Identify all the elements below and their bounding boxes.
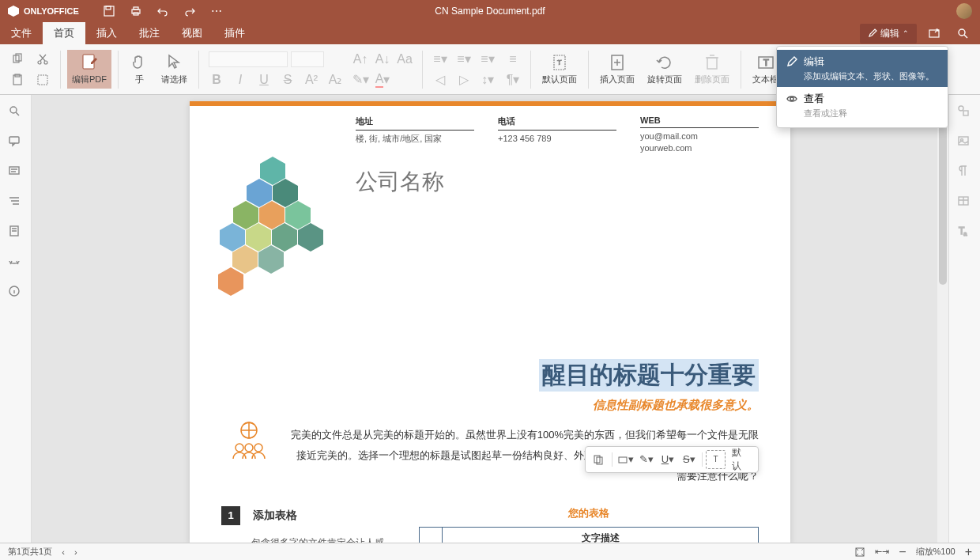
addr-value: 楼, 街, 城市/地区, 国家 xyxy=(356,133,474,145)
svg-rect-1 xyxy=(106,6,111,9)
textart-settings-icon[interactable]: Ta xyxy=(957,225,973,240)
line-spacing-icon[interactable]: ↕▾ xyxy=(480,72,496,88)
vertical-scrollbar[interactable] xyxy=(937,95,948,543)
edit-mode-button[interactable]: 编辑 ⌃ xyxy=(860,24,917,44)
indent-dec-icon[interactable]: ◁ xyxy=(432,72,448,88)
tab-view[interactable]: 视图 xyxy=(171,22,213,44)
bold-icon[interactable]: B xyxy=(209,72,224,88)
svg-marker-33 xyxy=(285,201,311,229)
hand-tool-button[interactable]: 手 xyxy=(125,50,153,89)
bullets-icon[interactable]: ≡▾ xyxy=(432,51,448,67)
font-size-combo[interactable] xyxy=(291,51,324,67)
undo-icon[interactable] xyxy=(156,5,169,17)
next-page-icon[interactable]: › xyxy=(74,547,77,557)
multilevel-icon[interactable]: ≡▾ xyxy=(480,51,496,67)
indent-inc-icon[interactable]: ▷ xyxy=(456,72,472,88)
tab-comment[interactable]: 批注 xyxy=(128,22,171,44)
copy-float-icon[interactable] xyxy=(589,450,609,469)
svg-rect-13 xyxy=(38,75,47,85)
find-icon[interactable] xyxy=(8,104,24,120)
dropdown-item-edit[interactable]: 编辑 添加或编辑文本、形状、图像等。 xyxy=(777,50,948,87)
people-icon xyxy=(225,421,273,460)
numbering-icon[interactable]: ≡▾ xyxy=(456,51,472,67)
section-text: 包含很多字的文件肯定会让人感到很无趣。这就是为什么添加表格可以帮助提供一个更好的… xyxy=(251,533,387,543)
dropdown-item-view[interactable]: 查看 查看或注释 xyxy=(777,87,948,124)
chat-icon[interactable] xyxy=(8,165,24,180)
tab-insert[interactable]: 插入 xyxy=(85,22,128,44)
text-float-icon[interactable]: T xyxy=(706,450,726,469)
tab-file[interactable]: 文件 xyxy=(0,22,43,44)
section-title: 添加表格 xyxy=(253,509,297,523)
user-avatar[interactable] xyxy=(956,3,972,19)
font-dec-icon[interactable]: A↓ xyxy=(375,51,390,67)
about-icon[interactable] xyxy=(8,285,24,301)
para-icon[interactable]: ¶▾ xyxy=(505,72,521,88)
right-panel: Ta xyxy=(948,95,980,543)
subscript-icon[interactable]: A₂ xyxy=(327,72,343,88)
open-location-icon[interactable] xyxy=(923,22,945,44)
svg-point-55 xyxy=(790,97,793,100)
underline-icon[interactable]: U xyxy=(256,72,272,88)
shape-settings-icon[interactable] xyxy=(957,104,973,120)
highlight-float-icon[interactable]: ▾ xyxy=(616,450,635,469)
default-page-button[interactable]: T 默认页面 xyxy=(537,50,582,89)
svg-rect-49 xyxy=(963,111,968,115)
highlight-icon[interactable]: ✎▾ xyxy=(352,72,368,88)
save-icon[interactable] xyxy=(103,5,115,17)
paragraph-settings-icon[interactable] xyxy=(957,165,973,180)
comments-icon[interactable] xyxy=(8,134,24,150)
floating-toolbar: ▾ ✎▾ U▾ S▾ T 默认 xyxy=(585,446,759,473)
svg-point-45 xyxy=(236,444,243,452)
fit-page-icon[interactable] xyxy=(854,547,865,558)
edit-pdf-button[interactable]: 编辑PDF xyxy=(67,50,111,89)
zoom-in-icon[interactable]: + xyxy=(965,545,972,559)
fit-width-icon[interactable]: ⇤⇥ xyxy=(875,547,889,557)
document-title: CN Sample Document.pdf xyxy=(435,6,545,17)
tel-label: 电话 xyxy=(498,115,616,131)
navigation-icon[interactable] xyxy=(8,195,24,210)
copy-icon[interactable] xyxy=(9,51,25,67)
svg-rect-25 xyxy=(9,167,19,174)
insert-page-button[interactable]: 插入页面 xyxy=(595,50,639,89)
document-canvas[interactable]: 地址楼, 街, 城市/地区, 国家 电话+123 456 789 WEByou@… xyxy=(32,95,948,543)
font-inc-icon[interactable]: A↑ xyxy=(352,51,368,67)
feedback-icon[interactable] xyxy=(8,255,24,271)
pen-float-icon[interactable]: ✎▾ xyxy=(637,450,657,469)
svg-marker-40 xyxy=(218,267,243,296)
superscript-icon[interactable]: A² xyxy=(303,72,319,88)
underline-float-icon[interactable]: U▾ xyxy=(658,450,677,469)
svg-marker-38 xyxy=(232,245,258,274)
done-float-button[interactable]: 默认 xyxy=(727,450,755,469)
svg-marker-31 xyxy=(233,201,258,229)
redo-icon[interactable] xyxy=(183,5,196,17)
select-all-icon[interactable] xyxy=(35,72,51,88)
table-title: 您的表格 xyxy=(419,506,759,520)
select-tool-button[interactable]: 请选择 xyxy=(156,50,192,89)
app-logo: ONLYOFFICE xyxy=(0,6,87,17)
italic-icon[interactable]: I xyxy=(232,72,248,88)
rotate-page-button[interactable]: 旋转页面 xyxy=(643,50,687,89)
change-case-icon[interactable]: Aa xyxy=(397,51,413,67)
tab-plugins[interactable]: 插件 xyxy=(213,22,256,44)
table-header: 文字描述 xyxy=(443,527,759,543)
tab-home[interactable]: 首页 xyxy=(43,22,85,44)
image-settings-icon[interactable] xyxy=(957,134,973,150)
font-family-combo[interactable] xyxy=(209,51,288,67)
zoom-out-icon[interactable]: − xyxy=(899,545,906,559)
search-icon[interactable] xyxy=(952,22,974,44)
table-settings-icon[interactable] xyxy=(957,195,973,210)
print-icon[interactable] xyxy=(130,5,142,17)
svg-point-12 xyxy=(44,61,47,64)
delete-page-button[interactable]: 删除页面 xyxy=(690,50,734,89)
align-icon[interactable]: ≡ xyxy=(505,51,521,67)
prev-page-icon[interactable]: ‹ xyxy=(62,547,65,557)
thumbnails-icon[interactable] xyxy=(8,225,24,240)
strike-float-icon[interactable]: S▾ xyxy=(679,450,699,469)
strike-icon[interactable]: S xyxy=(280,72,296,88)
svg-rect-50 xyxy=(959,137,968,145)
font-color-icon[interactable]: A▾ xyxy=(375,72,390,88)
cut-icon[interactable] xyxy=(35,51,51,67)
paste-icon[interactable] xyxy=(9,72,25,88)
more-icon[interactable]: ⋯ xyxy=(210,5,223,17)
title-bar: ONLYOFFICE ⋯ CN Sample Document.pdf xyxy=(0,0,980,22)
